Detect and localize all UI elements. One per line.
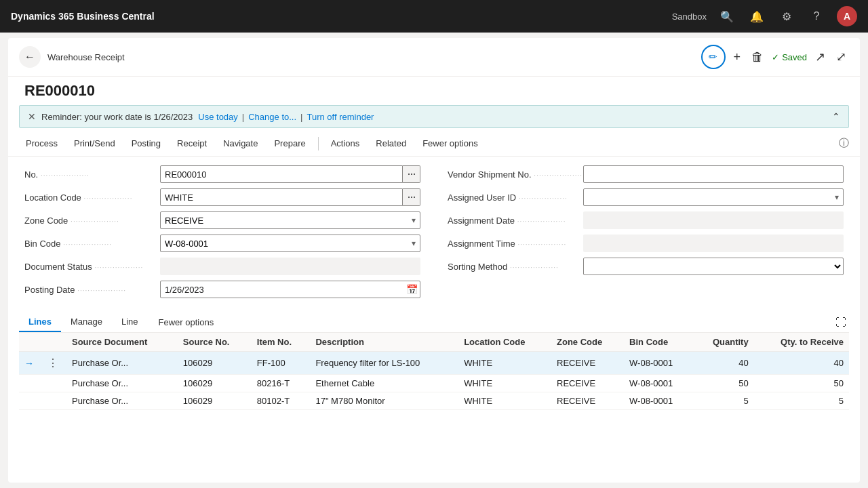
row-item-no: 80102-T [252, 392, 311, 410]
edit-button[interactable]: ✏ [701, 45, 726, 69]
vendor-shipment-input[interactable] [583, 165, 844, 183]
table-row[interactable]: → ⋮ Purchase Or... 106029 FF-100 Frequen… [19, 352, 849, 375]
form-row-bin: Bin Code W-08-0001 ▾ [24, 234, 420, 253]
row-bin-code: W-08-0001 [624, 392, 694, 410]
row-menu-cell[interactable] [39, 392, 66, 410]
row-description: 17" M780 Monitor [310, 392, 458, 410]
page-header: ← Warehouse Receipt ✏ + 🗑 ✓ Saved ↗ ⤢ [8, 38, 860, 77]
row-source-document: Purchase Or... [66, 375, 178, 392]
row-location-code: WHITE [458, 352, 551, 375]
assigned-user-dropdown[interactable]: ▾ [583, 188, 844, 206]
chevron-down-icon-zone: ▾ [412, 216, 416, 225]
app-title: Dynamics 365 Business Central [11, 11, 155, 22]
table-row[interactable]: Purchase Or... 106029 80216-T Ethernet C… [19, 375, 849, 392]
col-quantity: Quantity [694, 333, 753, 352]
form-row-assignment-time: Assignment Time [448, 234, 844, 253]
zone-value: RECEIVE [165, 216, 203, 226]
row-zone-code: RECEIVE [551, 352, 624, 375]
menu-posting[interactable]: Posting [125, 135, 167, 152]
action-menu-separator [318, 137, 319, 150]
sorting-select[interactable] [583, 258, 844, 275]
label-posting-date: Posting Date [24, 285, 160, 295]
no-lookup-button[interactable]: ⋯ [403, 165, 420, 183]
lines-tabs: Lines Manage Line Fewer options ⛶ [19, 312, 849, 333]
info-icon[interactable]: ⓘ [839, 137, 849, 150]
location-input[interactable] [160, 188, 403, 206]
row-zone-code: RECEIVE [551, 392, 624, 410]
zone-dropdown[interactable]: RECEIVE ▾ [160, 211, 420, 229]
lines-section: Lines Manage Line Fewer options ⛶ Source… [19, 312, 849, 483]
open-in-new-button[interactable]: ↗ [812, 47, 828, 67]
row-description: Frequency filter for LS-100 [310, 352, 458, 375]
settings-icon[interactable]: ⚙ [777, 7, 796, 26]
label-bin: Bin Code [24, 239, 160, 249]
row-qty-to-receive: 50 [754, 375, 849, 392]
menu-process[interactable]: Process [19, 135, 64, 152]
row-source-no: 106029 [178, 352, 252, 375]
posting-date-wrapper: 📅 [160, 281, 420, 298]
location-lookup-button[interactable]: ⋯ [403, 188, 420, 206]
menu-actions[interactable]: Actions [324, 135, 367, 152]
menu-related[interactable]: Related [369, 135, 413, 152]
delete-button[interactable]: 🗑 [749, 47, 766, 67]
bin-dropdown[interactable]: W-08-0001 ▾ [160, 235, 420, 252]
label-no: No. [24, 169, 160, 180]
change-to-link[interactable]: Change to... [248, 112, 296, 122]
search-icon[interactable]: 🔍 [717, 7, 736, 26]
menu-prepare[interactable]: Prepare [267, 135, 312, 152]
row-menu-cell[interactable]: ⋮ [39, 352, 66, 375]
turn-off-link[interactable]: Turn off reminder [307, 112, 374, 122]
page-header-actions: ✏ + 🗑 ✓ Saved ↗ ⤢ [701, 45, 849, 69]
form-row-vendor-shipment: Vendor Shipment No. [448, 165, 844, 184]
use-today-link[interactable]: Use today [198, 112, 238, 122]
row-menu-button[interactable]: ⋮ [45, 355, 61, 371]
bin-value: W-08-0001 [165, 239, 208, 249]
lines-expand-icon[interactable]: ⛶ [833, 314, 849, 331]
menu-navigate[interactable]: Navigate [216, 135, 264, 152]
row-source-no: 106029 [178, 392, 252, 410]
menu-fewer-options[interactable]: Fewer options [416, 135, 485, 152]
form-row-zone: Zone Code RECEIVE ▾ [24, 211, 420, 230]
tab-fewer-options[interactable]: Fewer options [153, 313, 220, 331]
col-description: Description [310, 333, 458, 352]
label-assignment-date: Assignment Date [448, 216, 583, 226]
tab-lines[interactable]: Lines [19, 312, 61, 332]
menu-receipt[interactable]: Receipt [170, 135, 214, 152]
row-quantity: 5 [694, 392, 753, 410]
col-source-no: Source No. [178, 333, 252, 352]
table-row[interactable]: Purchase Or... 106029 80102-T 17" M780 M… [19, 392, 849, 410]
no-input[interactable] [160, 165, 403, 183]
col-bin-code: Bin Code [624, 333, 694, 352]
collapse-button[interactable]: ⤢ [833, 47, 849, 67]
assignment-time-input [583, 235, 844, 252]
calendar-icon[interactable]: 📅 [406, 284, 418, 295]
tab-line[interactable]: Line [112, 312, 148, 332]
add-button[interactable]: + [731, 47, 744, 67]
posting-date-input[interactable] [160, 281, 420, 298]
notification-icon[interactable]: 🔔 [747, 7, 766, 26]
tab-manage[interactable]: Manage [61, 312, 112, 332]
form-row-assignment-date: Assignment Date [448, 211, 844, 230]
avatar[interactable]: A [837, 6, 857, 26]
row-menu-cell[interactable] [39, 375, 66, 392]
row-description: Ethernet Cable [310, 375, 458, 392]
row-qty-to-receive: 5 [754, 392, 849, 410]
menu-print-send[interactable]: Print/Send [67, 135, 122, 152]
back-button[interactable]: ← [19, 46, 41, 68]
help-icon[interactable]: ? [807, 7, 826, 26]
page-wrapper: ← Warehouse Receipt ✏ + 🗑 ✓ Saved ↗ ⤢ RE… [8, 38, 860, 483]
action-menu: Process Print/Send Posting Receipt Navig… [8, 131, 860, 157]
label-sorting: Sorting Method [448, 262, 583, 272]
environment-label: Sandbox [672, 12, 707, 22]
label-zone: Zone Code [24, 216, 160, 226]
col-qty-to-receive: Qty. to Receive [754, 333, 849, 352]
reminder-message: Reminder: your work date is 1/26/2023 [41, 112, 193, 122]
empty-right-cell [448, 280, 844, 299]
col-zone-code: Zone Code [551, 333, 624, 352]
row-location-code: WHITE [458, 392, 551, 410]
row-quantity: 50 [694, 375, 753, 392]
form-row-sorting: Sorting Method [448, 257, 844, 276]
col-item-no: Item No. [252, 333, 311, 352]
reminder-close-icon[interactable]: ✕ [28, 111, 36, 122]
reminder-expand-icon[interactable]: ⌃ [832, 111, 840, 122]
